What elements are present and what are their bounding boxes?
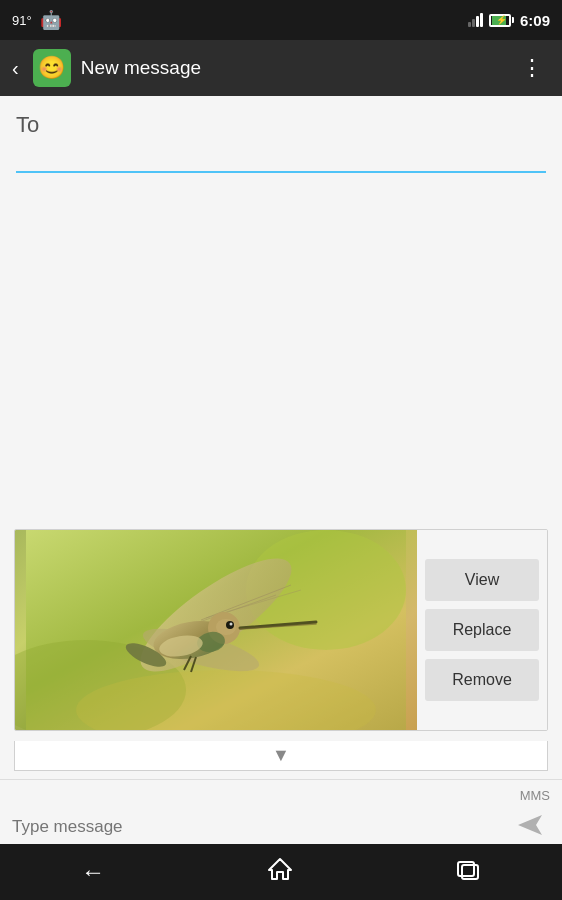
overflow-menu-icon[interactable]: ⋮ [513, 61, 552, 75]
app-icon: 😊 [33, 49, 71, 87]
remove-button[interactable]: Remove [425, 659, 539, 701]
status-right: ⚡ 6:09 [468, 12, 550, 29]
type-message-row [12, 807, 550, 846]
status-left: 91° 🤖 [12, 9, 62, 31]
view-button[interactable]: View [425, 559, 539, 601]
mms-label: MMS [12, 788, 550, 803]
app-bar-left: ‹ 😊 New message [8, 49, 201, 87]
app-title: New message [81, 57, 201, 79]
svg-marker-22 [269, 859, 291, 879]
message-body [0, 179, 562, 519]
svg-point-16 [230, 623, 233, 626]
to-field-container: To [0, 96, 562, 179]
chevron-down-icon: ▼ [272, 745, 290, 765]
send-button[interactable] [510, 807, 550, 846]
main-content: To [0, 96, 562, 854]
nav-bar: ← [0, 844, 562, 900]
to-label: To [16, 112, 546, 138]
to-input[interactable] [16, 142, 546, 173]
send-icon [514, 811, 546, 839]
recents-icon [455, 858, 481, 880]
app-bar: ‹ 😊 New message ⋮ [0, 40, 562, 96]
type-message-input[interactable] [12, 811, 502, 843]
time-label: 6:09 [520, 12, 550, 29]
svg-marker-21 [518, 815, 542, 835]
back-nav-icon[interactable]: ‹ [8, 53, 23, 84]
attachment-buttons: View Replace Remove [417, 530, 547, 730]
temperature-label: 91° [12, 13, 32, 28]
android-icon: 🤖 [40, 9, 62, 31]
status-bar: 91° 🤖 ⚡ 6:09 [0, 0, 562, 40]
home-button[interactable] [247, 849, 313, 895]
attachment-image [15, 530, 417, 730]
replace-button[interactable]: Replace [425, 609, 539, 651]
home-icon [267, 857, 293, 881]
battery-icon: ⚡ [489, 14, 514, 27]
attachment-area: View Replace Remove [14, 529, 548, 731]
expand-arrow[interactable]: ▼ [14, 741, 548, 771]
signal-icon [468, 13, 483, 27]
smiley-icon: 😊 [38, 55, 65, 81]
recents-button[interactable] [435, 850, 501, 894]
hummingbird-illustration [15, 530, 417, 730]
type-message-area: MMS [0, 779, 562, 854]
back-button[interactable]: ← [61, 850, 125, 894]
